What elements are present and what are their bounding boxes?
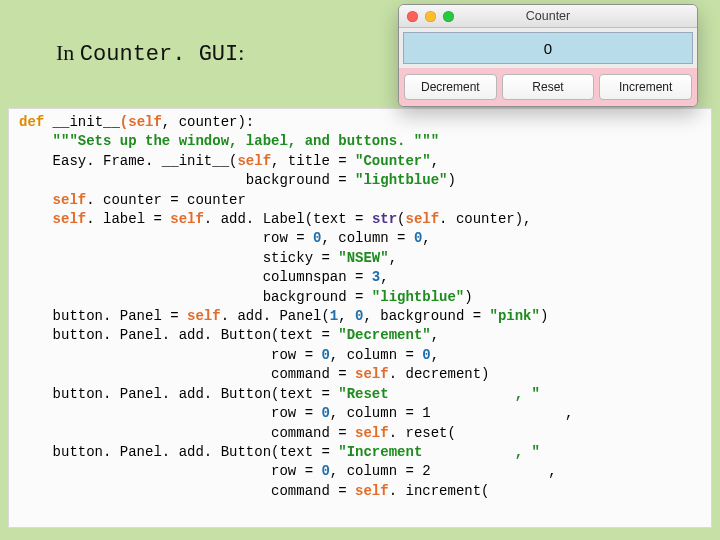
counter-label: 0 <box>403 32 693 64</box>
decrement-button[interactable]: Decrement <box>404 74 497 100</box>
button-panel: Decrement Reset Increment <box>399 68 697 106</box>
heading-suffix: : <box>238 40 244 65</box>
reset-button[interactable]: Reset <box>502 74 595 100</box>
heading-classname: Counter. GUI <box>80 42 238 67</box>
window-titlebar[interactable]: Counter <box>399 5 697 28</box>
code-keyword-def: def <box>19 114 44 130</box>
counter-window: Counter 0 Decrement Reset Increment <box>398 4 698 107</box>
heading-prefix: In <box>56 40 80 65</box>
window-title: Counter <box>399 9 697 23</box>
slide-heading: In Counter. GUI: <box>56 40 244 67</box>
increment-button[interactable]: Increment <box>599 74 692 100</box>
code-block: def __init__(self, counter): """Sets up … <box>8 108 712 528</box>
code-docstring: """Sets up the window, label, and button… <box>19 133 439 149</box>
